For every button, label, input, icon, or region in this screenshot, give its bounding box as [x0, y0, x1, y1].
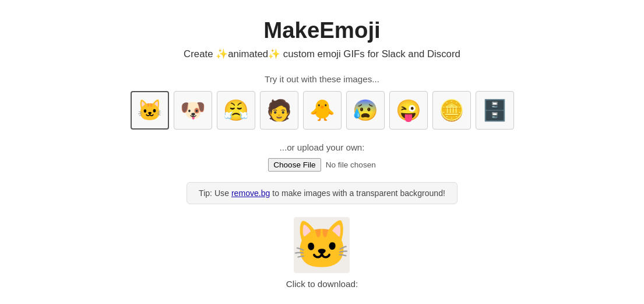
no-file-text: No file chosen	[326, 160, 376, 169]
click-to-download-label: Click to download:	[286, 279, 358, 289]
sample-image-person[interactable]: 🧑	[260, 91, 298, 130]
sparkle-right: ✨	[268, 48, 280, 60]
sample-image-wink[interactable]: 😜	[389, 91, 428, 130]
choose-file-button[interactable]: Choose File	[268, 158, 321, 172]
sample-image-pikachu[interactable]: 🐥	[303, 91, 342, 130]
tip-box: Tip: Use remove.bg to make images with a…	[186, 182, 458, 204]
file-input-row: Choose File No file chosen	[268, 158, 376, 172]
try-images-label: Try it out with these images...	[265, 74, 379, 84]
subtitle: Create ✨animated✨ custom emoji GIFs for …	[184, 48, 460, 60]
sample-image-sweat[interactable]: 😰	[346, 91, 385, 130]
preview-container: 🐱 Click to download:	[286, 217, 358, 289]
preview-image[interactable]: 🐱	[294, 217, 350, 273]
tip-text-after: to make images with a transparent backgr…	[270, 188, 445, 198]
subtitle-suffix: custom emoji GIFs for Slack and Discord	[280, 48, 460, 60]
sample-image-troll[interactable]: 😤	[217, 91, 255, 130]
subtitle-middle: animated	[228, 48, 268, 60]
sample-images-row: 🐱🐶😤🧑🐥😰😜🪙🗄️	[131, 91, 514, 130]
sample-image-server[interactable]: 🗄️	[476, 91, 514, 130]
sample-image-doge[interactable]: 🐶	[174, 91, 212, 130]
sparkle-left: ✨	[216, 48, 228, 60]
upload-label: ...or upload your own:	[279, 142, 364, 152]
subtitle-prefix: Create	[184, 48, 216, 60]
preview-emoji: 🐱	[294, 218, 350, 272]
sample-image-bitcoin[interactable]: 🪙	[432, 91, 471, 130]
sample-image-cat[interactable]: 🐱	[131, 91, 169, 130]
tip-text-before: Tip: Use	[199, 188, 231, 198]
remove-bg-link[interactable]: remove.bg	[231, 188, 270, 198]
app-title: MakeEmoji	[263, 18, 381, 43]
